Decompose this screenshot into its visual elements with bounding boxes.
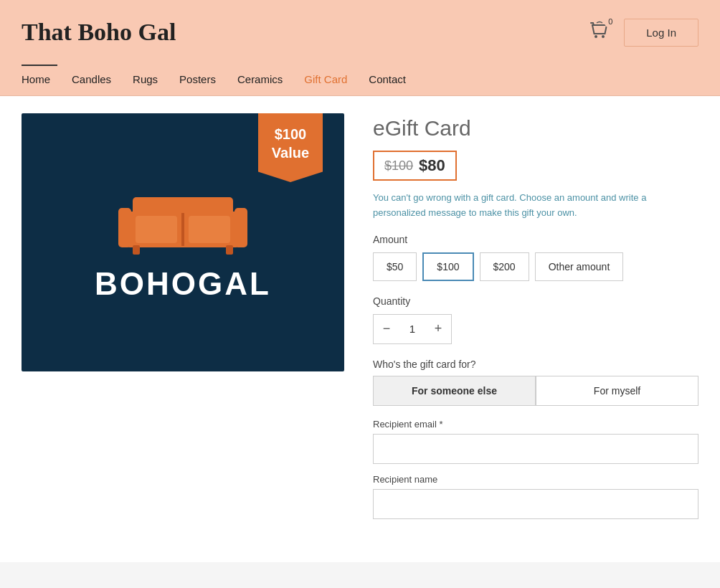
product-details: eGift Card $100 $80 You can't go wrong w… [373,113,698,545]
svg-point-0 [595,35,597,38]
sofa-icon [111,183,255,257]
nav-posters[interactable]: Posters [179,73,216,85]
svg-rect-10 [189,216,230,243]
quantity-increase[interactable]: + [425,315,451,343]
svg-rect-6 [235,208,247,247]
price-sale: $80 [419,156,445,175]
recipient-email-label: Recipient email * [373,419,698,430]
svg-point-1 [602,35,605,38]
site-title: That Boho Gal [22,19,176,46]
quantity-control: − 1 + [373,314,452,344]
brand-name: BOHOGAL [95,266,271,302]
nav-home[interactable]: Home [22,73,50,85]
svg-rect-4 [181,213,184,246]
header-right: 0 Log In [587,18,698,47]
amount-options: $50 $100 $200 Other amount [373,252,698,281]
nav-links: Home Candles Rugs Posters Ceramics Gift … [22,73,698,85]
amount-50[interactable]: $50 [373,252,417,281]
quantity-label: Quantity [373,295,698,307]
gift-for-myself[interactable]: For myself [536,376,698,406]
cart-count: 0 [604,15,617,28]
svg-rect-8 [226,245,233,255]
svg-rect-7 [133,245,140,255]
price-original: $100 [384,158,413,174]
quantity-section: Quantity − 1 + [373,295,698,344]
gift-for-someone-else[interactable]: For someone else [373,376,536,406]
price-box: $100 $80 [373,151,457,181]
quantity-value: 1 [399,323,425,335]
nav-candles[interactable]: Candles [72,73,111,85]
recipient-name-section: Recipient name [373,474,698,519]
quantity-decrease[interactable]: − [374,315,399,343]
svg-rect-9 [136,216,177,243]
amount-200[interactable]: $200 [480,252,529,281]
amount-other[interactable]: Other amount [535,252,624,281]
svg-rect-5 [118,208,131,247]
login-button[interactable]: Log In [624,19,698,47]
product-ribbon: $100 Value [258,113,323,182]
product-image: $100 Value [22,113,344,371]
nav-ceramics[interactable]: Ceramics [237,73,283,85]
nav-rugs[interactable]: Rugs [133,73,158,85]
nav-gift-card[interactable]: Gift Card [304,73,347,85]
recipient-email-input[interactable] [373,434,698,464]
gift-for-section: Who's the gift card for? For someone els… [373,359,698,406]
amount-100[interactable]: $100 [422,252,473,281]
header: That Boho Gal 0 Log In [0,0,720,65]
recipient-name-input[interactable] [373,489,698,519]
nav-divider [22,65,57,66]
cart-button[interactable]: 0 [587,18,612,47]
product-title: eGift Card [373,116,698,141]
product-description: You can't go wrong with a gift card. Cho… [373,191,698,221]
amount-label: Amount [373,234,698,245]
gift-for-options: For someone else For myself [373,376,698,406]
recipient-email-section: Recipient email * [373,419,698,464]
recipient-name-label: Recipient name [373,474,698,485]
main-content: $100 Value [0,96,720,562]
gift-for-label: Who's the gift card for? [373,359,698,370]
nav-bar: Home Candles Rugs Posters Ceramics Gift … [0,65,720,96]
nav-contact[interactable]: Contact [369,73,406,85]
